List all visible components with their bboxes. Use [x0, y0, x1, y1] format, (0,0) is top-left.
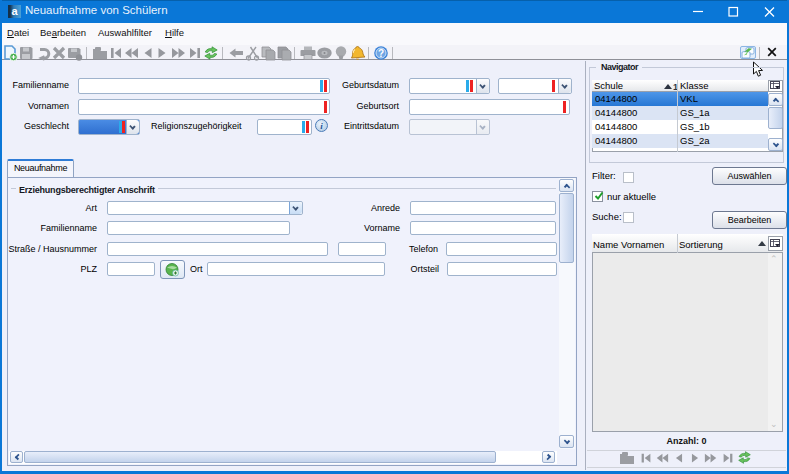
svg-text:?: ? — [378, 48, 384, 59]
